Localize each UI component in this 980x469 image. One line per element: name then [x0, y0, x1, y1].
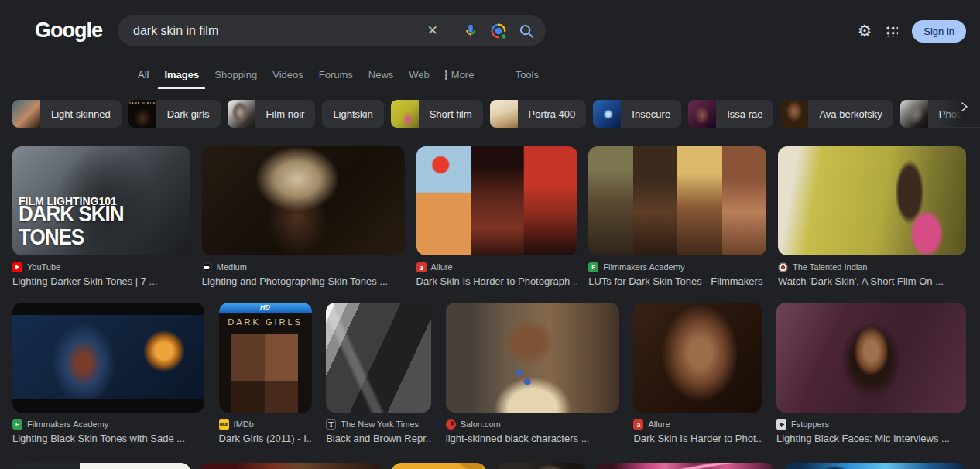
image-results-grid: FILM LIGHTING101 DARK SKIN TONES YouTube…: [0, 128, 980, 469]
result-source: The Talented Indian: [793, 262, 867, 272]
nytimes-favicon: T: [326, 419, 336, 430]
tab-videos[interactable]: Videos: [271, 64, 305, 85]
chevron-right-icon: [959, 101, 970, 112]
result-thumbnail[interactable]: [326, 303, 431, 413]
result-title[interactable]: Watch 'Dark Skin', A Short Film On ...: [778, 276, 966, 287]
result-title[interactable]: LUTs for Dark Skin Tones - Filmmakers ..…: [588, 276, 766, 287]
result-source: The New York Times: [341, 419, 419, 429]
result-thumbnail[interactable]: [446, 303, 619, 413]
result-thumbnail[interactable]: [200, 463, 382, 469]
result-source: Medium: [217, 262, 247, 272]
result-thumbnail[interactable]: [392, 463, 486, 469]
image-result: [392, 463, 486, 469]
chip-thumbnail: [228, 100, 255, 128]
search-bar[interactable]: ✕: [118, 15, 546, 46]
results-row-1: FILM LIGHTING101 DARK SKIN TONES YouTube…: [12, 146, 966, 287]
chip-short-film[interactable]: Short film: [391, 100, 483, 128]
chip-portra-400[interactable]: Portra 400: [490, 100, 587, 128]
image-result: [497, 463, 586, 469]
imdb-favicon: IMDb: [219, 419, 229, 430]
result-title[interactable]: Lighting Black Skin Tones with Sade ...: [12, 433, 204, 444]
result-thumbnail[interactable]: [596, 463, 774, 469]
image-result: HD DARK GIRLS IMDbIMDb Dark Girls (2011)…: [219, 303, 312, 444]
thumbnail-overlay-text: FILM LIGHTING101 DARK SKIN TONES: [19, 196, 190, 248]
result-thumbnail[interactable]: [12, 303, 204, 413]
chip-light-skinned[interactable]: Light skinned: [12, 100, 122, 128]
image-result: aAllure Dark Skin Is Harder to Phot...: [633, 303, 762, 444]
result-thumbnail[interactable]: HD DARK GIRLS: [219, 303, 312, 413]
allure-favicon: a: [416, 262, 427, 272]
result-title[interactable]: Lighting Black Faces: Mic Interviews ...: [776, 433, 966, 444]
image-result: Salon.com light-skinned black characters…: [446, 303, 619, 444]
chip-lightskin[interactable]: Lightskin: [322, 100, 383, 128]
chip-issa-rae[interactable]: Issa rae: [688, 100, 773, 128]
result-source: Salon.com: [461, 419, 501, 429]
settings-gear-icon[interactable]: ⚙: [857, 22, 872, 40]
result-title[interactable]: Lighting and Photographing Skin Tones ..…: [202, 276, 405, 287]
tab-news[interactable]: News: [367, 64, 396, 85]
talented-indian-favicon: [778, 262, 788, 272]
filmmakers-academy-favicon: F: [12, 419, 22, 430]
image-result: FILM LIGHTING101 DARK SKIN TONES YouTube…: [12, 146, 190, 287]
salon-favicon: [446, 419, 456, 430]
google-logo[interactable]: Google: [35, 19, 102, 43]
result-source: YouTube: [27, 262, 60, 272]
search-tabs: All Images Shopping Videos Forums News W…: [136, 62, 540, 87]
tab-images[interactable]: Images: [163, 64, 200, 85]
result-thumbnail[interactable]: [202, 146, 405, 255]
image-result: Fstoppers Lighting Black Faces: Mic Inte…: [776, 303, 966, 444]
chips-next-arrow[interactable]: [955, 98, 974, 116]
result-thumbnail[interactable]: [416, 146, 577, 255]
clear-search-icon[interactable]: ✕: [426, 24, 440, 37]
medium-favicon: [202, 262, 212, 272]
image-result: [200, 463, 382, 469]
chip-film-noir[interactable]: Film noir: [228, 100, 316, 128]
search-submit-icon[interactable]: [518, 22, 535, 39]
related-search-chips: Light skinned DARK GIRLS Dark girls Film…: [12, 100, 980, 128]
sign-in-button[interactable]: Sign in: [912, 20, 966, 43]
tools-button[interactable]: Tools: [514, 64, 540, 85]
result-thumbnail[interactable]: [633, 303, 762, 413]
result-title[interactable]: Dark Skin Is Harder to Photograph ...: [416, 276, 577, 287]
result-title[interactable]: light-skinned black characters ...: [446, 433, 619, 444]
result-source: Allure: [648, 419, 670, 429]
result-title[interactable]: Dark Girls (2011) - I...: [219, 433, 312, 444]
fstoppers-favicon: [776, 419, 786, 430]
image-result: FFilmmakers Academy Lighting Black Skin …: [12, 303, 204, 444]
chip-thumbnail: [490, 100, 518, 128]
header: Google ✕: [0, 0, 980, 62]
result-title[interactable]: Black and Brown Repr...: [326, 433, 431, 444]
tab-web[interactable]: Web: [407, 64, 431, 85]
result-thumbnail[interactable]: [784, 463, 966, 469]
result-title[interactable]: Dark Skin Is Harder to Phot...: [633, 433, 762, 444]
result-thumbnail[interactable]: [778, 146, 966, 255]
tab-shopping[interactable]: Shopping: [213, 64, 259, 85]
result-source: IMDb: [234, 419, 254, 429]
result-thumbnail[interactable]: [588, 146, 766, 255]
image-result: MAGNIFICENTLY MELANATED: [12, 463, 190, 469]
result-thumbnail[interactable]: [776, 303, 966, 413]
image-result: [596, 463, 774, 469]
result-thumbnail[interactable]: [497, 463, 586, 469]
chip-dark-girls[interactable]: DARK GIRLS Dark girls: [128, 100, 221, 128]
results-row-2: FFilmmakers Academy Lighting Black Skin …: [12, 303, 966, 444]
tab-all[interactable]: All: [136, 64, 150, 85]
result-thumbnail[interactable]: MAGNIFICENTLY MELANATED: [12, 463, 190, 469]
search-input[interactable]: [133, 24, 426, 38]
more-dots-icon: [445, 70, 447, 80]
google-apps-icon[interactable]: [886, 25, 898, 37]
voice-search-icon[interactable]: [462, 22, 479, 39]
chip-insecure[interactable]: Insecure: [593, 100, 681, 128]
image-result: aAllure Dark Skin Is Harder to Photograp…: [416, 146, 577, 287]
chip-thumbnail: [391, 100, 419, 128]
result-source: Filmmakers Academy: [27, 419, 108, 429]
google-lens-icon[interactable]: [490, 22, 507, 39]
chip-ava-berkofsky[interactable]: Ava berkofsky: [780, 100, 893, 128]
chip-thumbnail: [900, 100, 928, 128]
chip-thumbnail: [593, 100, 621, 128]
tab-forums[interactable]: Forums: [317, 64, 355, 85]
image-result: FFilmmakers Academy LUTs for Dark Skin T…: [588, 146, 766, 287]
tab-more[interactable]: More: [444, 64, 476, 85]
result-title[interactable]: Lighting Darker Skin Tones | 7 ...: [12, 276, 190, 287]
result-thumbnail[interactable]: FILM LIGHTING101 DARK SKIN TONES: [12, 146, 190, 255]
